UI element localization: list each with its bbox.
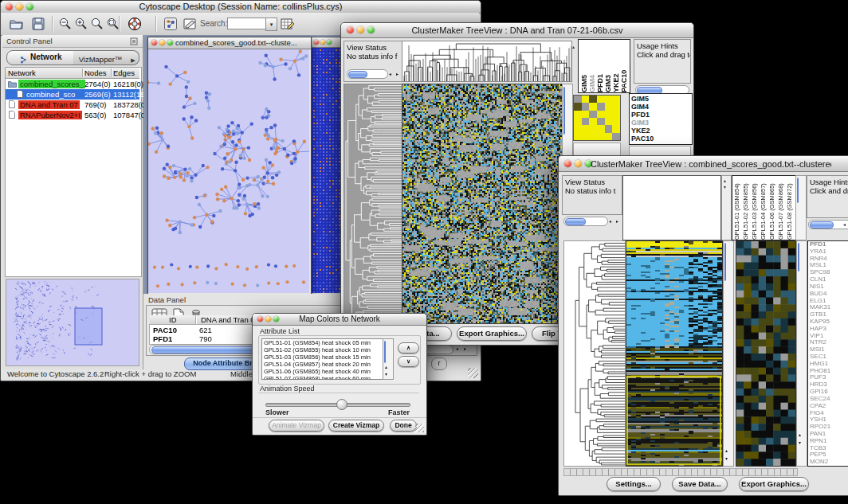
tv2-hints-hscrollbar[interactable] [808,220,848,229]
matrix-cell[interactable] [589,103,597,110]
tv1-status-hscrollbar[interactable] [347,69,388,79]
data-col-id[interactable]: ID [169,315,177,324]
scroll-down-arrow[interactable]: ▾ [385,372,387,377]
tab-network[interactable]: Network [6,50,75,65]
data-value[interactable]: 790 [199,334,212,343]
matrix-cell[interactable] [574,118,582,125]
network-row-combined-scores[interactable]: combined_scores_ 2764(0) 16218(0) [6,79,139,89]
scrollbar-thumb[interactable] [565,218,586,225]
scrollbar-thumb[interactable] [810,221,834,229]
matrix-cell[interactable] [597,103,605,110]
matrix-cell[interactable] [597,111,605,118]
matrix-cell[interactable] [597,125,605,132]
matrix-cell[interactable] [612,125,620,132]
open-session-icon[interactable] [9,17,24,31]
tv2-save-data-button[interactable]: Save Data... [672,477,728,491]
matrix-cell[interactable] [605,103,613,110]
matrix-cell[interactable] [582,133,590,140]
matrix-cell[interactable] [574,96,582,103]
scroll-left-arrow[interactable]: ◂ [389,72,391,76]
matrix-cell[interactable] [597,96,605,103]
dialog-title-bar[interactable]: Map Colors to Network [253,314,426,326]
row-label[interactable]: YKE2 [631,127,692,135]
network-row-dna-tran[interactable]: DNA and Tran 07 769(0) 183728(0) [6,100,139,110]
treeview2-title-bar[interactable]: ClusterMaker TreeView : combined_scores_… [559,156,848,172]
column-label[interactable]: YKE2 [612,40,620,92]
matrix-cell[interactable] [582,118,590,125]
minimize-button[interactable] [357,26,364,33]
tab-overflow-button[interactable]: ▶ [128,50,139,65]
matrix-cell[interactable] [605,133,613,140]
network-view-title-bar[interactable]: combined_scores_good.txt--cluste... [148,37,311,49]
close-button[interactable] [257,316,263,322]
attribute-list-item[interactable]: GPL51-02 (GSM855) heat shock 10 min [262,346,383,354]
close-button[interactable] [347,26,354,33]
scroll-down-arrow[interactable]: ▾ [725,456,728,461]
row-label[interactable]: GIM4 [631,103,692,111]
attribute-list[interactable]: GPL51-01 (GSM854) heat shock 05 minGPL51… [261,338,384,380]
tv2-export-graphics-button[interactable]: Export Graphics... [739,477,809,491]
dense-network-canvas[interactable] [312,48,344,293]
minimize-button[interactable] [16,3,23,10]
tv1-export-graphics-button[interactable]: Export Graphics... [457,326,527,341]
row-label[interactable]: GIM5 [631,95,692,103]
column-label[interactable]: GPL51-06 (GSM865) [768,176,777,240]
scrollbar-thumb[interactable] [798,243,799,272]
column-label[interactable]: PFD1 [596,40,604,92]
scrollbar-thumb[interactable] [384,341,386,363]
tv2-zoom-vscrollbar[interactable]: ▴ ▾ [796,240,807,467]
scroll-right-arrow[interactable]: ▸ [396,72,398,76]
move-up-button[interactable]: ∧ [398,342,419,354]
tv1-column-labels[interactable]: GIM5GIM4PFD1GIM3YKE2PAC10 [578,39,630,93]
attribute-list-vscrollbar[interactable]: ▴ ▾ [383,338,394,380]
zoom-button[interactable] [273,316,279,322]
tv1-row-dendrogram[interactable] [344,84,402,324]
attribute-list-item[interactable]: GPL51-07 (GSM868) heat shock 60 min [262,375,383,380]
scroll-up-arrow[interactable]: ▴ [385,365,387,369]
data-value[interactable]: 621 [199,326,212,334]
matrix-cell[interactable] [582,96,590,103]
minimize-button[interactable] [320,40,325,45]
close-button[interactable] [151,40,157,45]
zoom-in-icon[interactable] [74,17,88,31]
tv2-bottom-scroll-strip[interactable] [563,468,798,476]
scroll-left-arrow[interactable]: ◂ [843,222,846,227]
tv2-row-dendrogram[interactable] [563,240,626,467]
column-label[interactable]: GPL51-01 (GSM854) [733,176,742,240]
matrix-cell[interactable] [589,125,597,132]
scroll-up-arrow[interactable]: ▴ [799,432,801,437]
network-row-combined-sco-selected[interactable]: combined_sco 2569(6) 13112(15) [6,89,139,100]
animate-vizmap-button[interactable]: Animate Vizmap [269,420,324,432]
save-session-icon[interactable] [31,17,45,31]
minimize-button[interactable] [159,40,165,45]
matrix-cell[interactable] [597,133,605,140]
matrix-cell[interactable] [582,103,590,110]
tv2-column-dendrogram-area[interactable] [622,175,721,240]
gene-label[interactable]: MON2 [810,459,848,466]
done-button[interactable]: Done [390,420,417,432]
matrix-cell[interactable] [612,118,620,125]
scroll-left-arrow[interactable]: ◂ [456,346,458,351]
matrix-cell[interactable] [589,133,597,140]
column-label[interactable]: GIM3 [604,40,612,92]
tv2-heatmap-vscrollbar[interactable]: ▴ ▾ [723,240,734,467]
tv2-column-labels[interactable]: GPL51-01 (GSM854)GPL51-02 (GSM855)GPL51-… [732,175,796,240]
matrix-cell[interactable] [612,96,620,103]
tv2-labels-vscrollbar[interactable] [795,175,807,240]
zoom-button[interactable] [167,40,173,45]
tv1-heatmap-canvas[interactable] [402,84,563,324]
column-label[interactable]: GPL51-07 (GSM868) [777,176,786,240]
zoom-out-icon[interactable] [58,17,73,31]
matrix-cell[interactable] [574,125,582,132]
matrix-cell[interactable] [605,96,613,103]
help-lifering-icon[interactable] [127,16,143,32]
scroll-right-arrow[interactable]: ▸ [464,346,466,351]
column-label[interactable]: GPL51-03 (GSM856) [751,176,760,240]
move-down-button[interactable]: ∨ [398,356,419,367]
slider-thumb[interactable] [336,399,347,410]
zoom-button[interactable] [327,40,332,45]
network-row-rnapuber[interactable]: RNAPuberNov2+I 563(0) 107847(0) [6,110,139,120]
data-row[interactable]: PFD1 [153,334,172,343]
scrollbar-thumb[interactable] [724,243,726,281]
tab-vizmapper[interactable]: VizMapper™ [73,50,128,65]
